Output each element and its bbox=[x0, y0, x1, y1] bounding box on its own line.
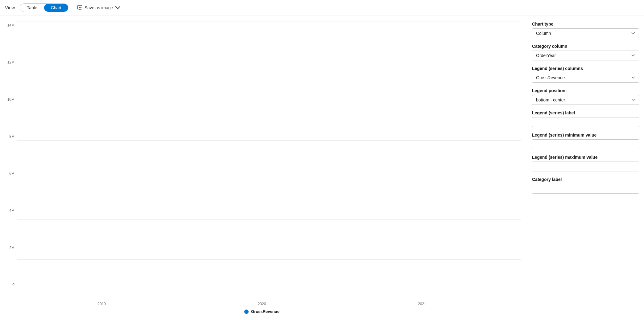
legend-position-section: Legend position: bottom - center bottom … bbox=[532, 88, 639, 105]
legend-series-label-input[interactable] bbox=[532, 117, 639, 127]
main-layout: 0 2M 4M 6M 8M 10M 12M 14M bbox=[0, 15, 644, 320]
legend-label: GrossRevenue bbox=[251, 309, 279, 314]
category-column-label: Category column bbox=[532, 44, 639, 49]
chart-type-label: Chart type bbox=[532, 22, 639, 27]
x-axis: 201920202021 bbox=[3, 299, 521, 306]
category-label-label: Category label bbox=[532, 177, 639, 182]
legend-series-label-section: Legend (series) label bbox=[532, 110, 639, 127]
legend-series-max-input[interactable] bbox=[532, 162, 639, 171]
chart-inner: 0 2M 4M 6M 8M 10M 12M 14M bbox=[3, 22, 521, 299]
x-label-2020: 2020 bbox=[243, 302, 280, 306]
legend-series-max-section: Legend (series) maximum value bbox=[532, 155, 639, 171]
y-label-10m: 10M bbox=[3, 97, 17, 102]
category-column-dropdown[interactable]: OrderYear bbox=[532, 51, 639, 60]
category-label-section: Category label bbox=[532, 177, 639, 194]
save-image-icon bbox=[77, 5, 83, 10]
view-tab-group: Table Chart bbox=[20, 3, 68, 12]
plot-area bbox=[17, 22, 521, 299]
legend-series-columns-label: Legend (series) columns bbox=[532, 66, 639, 71]
chart-legend: GrossRevenue bbox=[3, 309, 521, 314]
x-label-2019: 2019 bbox=[83, 302, 120, 306]
legend-series-min-section: Legend (series) minimum value bbox=[532, 133, 639, 149]
y-axis: 0 2M 4M 6M 8M 10M 12M 14M bbox=[3, 22, 17, 299]
legend-series-columns-dropdown[interactable]: GrossRevenue bbox=[532, 73, 639, 83]
y-label-4m: 4M bbox=[3, 208, 17, 213]
toolbar: View Table Chart Save as image bbox=[0, 0, 644, 15]
legend-series-min-label: Legend (series) minimum value bbox=[532, 133, 639, 137]
bars-container bbox=[17, 22, 521, 299]
y-label-8m: 8M bbox=[3, 134, 17, 139]
tab-table[interactable]: Table bbox=[20, 4, 44, 12]
legend-series-label-label: Legend (series) label bbox=[532, 110, 639, 115]
save-image-chevron-icon bbox=[115, 5, 121, 10]
y-label-6m: 6M bbox=[3, 171, 17, 176]
chart-type-section: Chart type Column Bar Line Pie Area bbox=[532, 22, 639, 38]
chart-type-dropdown[interactable]: Column Bar Line Pie Area bbox=[532, 28, 639, 38]
view-label: View bbox=[5, 5, 15, 10]
y-label-12m: 12M bbox=[3, 60, 17, 64]
y-label-14m: 14M bbox=[3, 23, 17, 27]
svg-rect-0 bbox=[78, 5, 82, 9]
save-as-image-button[interactable]: Save as image bbox=[77, 5, 121, 10]
category-label-input[interactable] bbox=[532, 184, 639, 194]
y-label-2m: 2M bbox=[3, 246, 17, 250]
legend-position-dropdown[interactable]: bottom - center bottom - left bottom - r… bbox=[532, 95, 639, 105]
legend-series-min-input[interactable] bbox=[532, 139, 639, 149]
right-panel: Chart type Column Bar Line Pie Area Cate… bbox=[527, 15, 644, 320]
x-label-2021: 2021 bbox=[403, 302, 440, 306]
legend-position-label: Legend position: bbox=[532, 88, 639, 93]
chart-area: 0 2M 4M 6M 8M 10M 12M 14M bbox=[0, 15, 527, 320]
save-image-label: Save as image bbox=[85, 5, 113, 10]
legend-dot bbox=[244, 310, 249, 314]
chart-container: 0 2M 4M 6M 8M 10M 12M 14M bbox=[3, 22, 521, 314]
category-column-section: Category column OrderYear bbox=[532, 44, 639, 60]
y-label-0: 0 bbox=[3, 283, 17, 287]
legend-series-max-label: Legend (series) maximum value bbox=[532, 155, 639, 160]
tab-chart[interactable]: Chart bbox=[44, 4, 68, 12]
legend-series-columns-section: Legend (series) columns GrossRevenue bbox=[532, 66, 639, 83]
